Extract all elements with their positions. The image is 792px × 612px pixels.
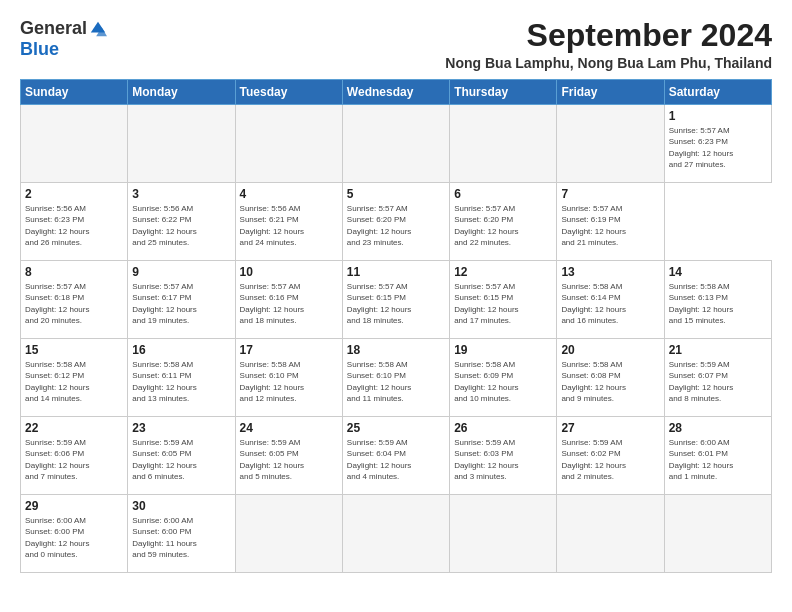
day-detail: Sunrise: 5:57 AM Sunset: 6:23 PM Dayligh… (669, 125, 767, 170)
header-row: General Blue September 2024 Nong Bua Lam… (20, 18, 772, 71)
empty-cell (235, 495, 342, 573)
week-row-0: 1Sunrise: 5:57 AM Sunset: 6:23 PM Daylig… (21, 105, 772, 183)
day-number: 22 (25, 421, 123, 435)
day-detail: Sunrise: 5:58 AM Sunset: 6:14 PM Dayligh… (561, 281, 659, 326)
day-cell-28: 28Sunrise: 6:00 AM Sunset: 6:01 PM Dayli… (664, 417, 771, 495)
day-cell-1: 1Sunrise: 5:57 AM Sunset: 6:23 PM Daylig… (664, 105, 771, 183)
day-detail: Sunrise: 5:57 AM Sunset: 6:20 PM Dayligh… (347, 203, 445, 248)
day-cell-25: 25Sunrise: 5:59 AM Sunset: 6:04 PM Dayli… (342, 417, 449, 495)
day-detail: Sunrise: 5:56 AM Sunset: 6:21 PM Dayligh… (240, 203, 338, 248)
day-detail: Sunrise: 5:58 AM Sunset: 6:09 PM Dayligh… (454, 359, 552, 404)
day-cell-11: 11Sunrise: 5:57 AM Sunset: 6:15 PM Dayli… (342, 261, 449, 339)
day-detail: Sunrise: 5:59 AM Sunset: 6:05 PM Dayligh… (132, 437, 230, 482)
day-cell-18: 18Sunrise: 5:58 AM Sunset: 6:10 PM Dayli… (342, 339, 449, 417)
col-monday: Monday (128, 80, 235, 105)
calendar-table: Sunday Monday Tuesday Wednesday Thursday… (20, 79, 772, 573)
day-detail: Sunrise: 5:59 AM Sunset: 6:06 PM Dayligh… (25, 437, 123, 482)
day-number: 17 (240, 343, 338, 357)
day-number: 2 (25, 187, 123, 201)
day-detail: Sunrise: 5:58 AM Sunset: 6:11 PM Dayligh… (132, 359, 230, 404)
day-number: 5 (347, 187, 445, 201)
day-cell-8: 8Sunrise: 5:57 AM Sunset: 6:18 PM Daylig… (21, 261, 128, 339)
day-detail: Sunrise: 5:57 AM Sunset: 6:15 PM Dayligh… (347, 281, 445, 326)
day-number: 7 (561, 187, 659, 201)
day-number: 30 (132, 499, 230, 513)
day-cell-6: 6Sunrise: 5:57 AM Sunset: 6:20 PM Daylig… (450, 183, 557, 261)
day-cell-5: 5Sunrise: 5:57 AM Sunset: 6:20 PM Daylig… (342, 183, 449, 261)
day-number: 9 (132, 265, 230, 279)
day-number: 26 (454, 421, 552, 435)
calendar-page: General Blue September 2024 Nong Bua Lam… (0, 0, 792, 612)
day-detail: Sunrise: 5:59 AM Sunset: 6:04 PM Dayligh… (347, 437, 445, 482)
day-cell-21: 21Sunrise: 5:59 AM Sunset: 6:07 PM Dayli… (664, 339, 771, 417)
day-number: 4 (240, 187, 338, 201)
day-detail: Sunrise: 6:00 AM Sunset: 6:00 PM Dayligh… (132, 515, 230, 560)
day-cell-22: 22Sunrise: 5:59 AM Sunset: 6:06 PM Dayli… (21, 417, 128, 495)
empty-cell (557, 105, 664, 183)
day-cell-16: 16Sunrise: 5:58 AM Sunset: 6:11 PM Dayli… (128, 339, 235, 417)
empty-cell (21, 105, 128, 183)
empty-cell (342, 495, 449, 573)
day-number: 8 (25, 265, 123, 279)
col-wednesday: Wednesday (342, 80, 449, 105)
empty-cell (557, 495, 664, 573)
day-detail: Sunrise: 5:58 AM Sunset: 6:10 PM Dayligh… (240, 359, 338, 404)
day-detail: Sunrise: 5:59 AM Sunset: 6:02 PM Dayligh… (561, 437, 659, 482)
header-row-days: Sunday Monday Tuesday Wednesday Thursday… (21, 80, 772, 105)
week-row-4: 22Sunrise: 5:59 AM Sunset: 6:06 PM Dayli… (21, 417, 772, 495)
day-number: 10 (240, 265, 338, 279)
day-detail: Sunrise: 5:56 AM Sunset: 6:23 PM Dayligh… (25, 203, 123, 248)
day-cell-30: 30Sunrise: 6:00 AM Sunset: 6:00 PM Dayli… (128, 495, 235, 573)
day-cell-19: 19Sunrise: 5:58 AM Sunset: 6:09 PM Dayli… (450, 339, 557, 417)
day-cell-23: 23Sunrise: 5:59 AM Sunset: 6:05 PM Dayli… (128, 417, 235, 495)
day-number: 3 (132, 187, 230, 201)
day-number: 12 (454, 265, 552, 279)
day-cell-10: 10Sunrise: 5:57 AM Sunset: 6:16 PM Dayli… (235, 261, 342, 339)
day-number: 11 (347, 265, 445, 279)
logo-blue: Blue (20, 39, 59, 59)
empty-cell (664, 495, 771, 573)
col-friday: Friday (557, 80, 664, 105)
day-detail: Sunrise: 5:58 AM Sunset: 6:10 PM Dayligh… (347, 359, 445, 404)
day-detail: Sunrise: 5:57 AM Sunset: 6:19 PM Dayligh… (561, 203, 659, 248)
empty-cell (235, 105, 342, 183)
logo-icon (89, 20, 107, 38)
week-row-3: 15Sunrise: 5:58 AM Sunset: 6:12 PM Dayli… (21, 339, 772, 417)
day-cell-13: 13Sunrise: 5:58 AM Sunset: 6:14 PM Dayli… (557, 261, 664, 339)
day-number: 19 (454, 343, 552, 357)
logo: General Blue (20, 18, 107, 60)
day-detail: Sunrise: 6:00 AM Sunset: 6:00 PM Dayligh… (25, 515, 123, 560)
title-block: September 2024 Nong Bua Lamphu, Nong Bua… (445, 18, 772, 71)
day-number: 13 (561, 265, 659, 279)
empty-cell (342, 105, 449, 183)
col-thursday: Thursday (450, 80, 557, 105)
day-number: 20 (561, 343, 659, 357)
day-cell-4: 4Sunrise: 5:56 AM Sunset: 6:21 PM Daylig… (235, 183, 342, 261)
month-title: September 2024 (445, 18, 772, 53)
day-number: 18 (347, 343, 445, 357)
day-detail: Sunrise: 5:57 AM Sunset: 6:20 PM Dayligh… (454, 203, 552, 248)
day-number: 15 (25, 343, 123, 357)
day-cell-15: 15Sunrise: 5:58 AM Sunset: 6:12 PM Dayli… (21, 339, 128, 417)
day-number: 24 (240, 421, 338, 435)
col-saturday: Saturday (664, 80, 771, 105)
day-cell-17: 17Sunrise: 5:58 AM Sunset: 6:10 PM Dayli… (235, 339, 342, 417)
day-detail: Sunrise: 5:58 AM Sunset: 6:08 PM Dayligh… (561, 359, 659, 404)
day-detail: Sunrise: 5:57 AM Sunset: 6:16 PM Dayligh… (240, 281, 338, 326)
day-number: 21 (669, 343, 767, 357)
day-number: 23 (132, 421, 230, 435)
day-cell-2: 2Sunrise: 5:56 AM Sunset: 6:23 PM Daylig… (21, 183, 128, 261)
empty-cell (450, 495, 557, 573)
day-detail: Sunrise: 5:56 AM Sunset: 6:22 PM Dayligh… (132, 203, 230, 248)
week-row-5: 29Sunrise: 6:00 AM Sunset: 6:00 PM Dayli… (21, 495, 772, 573)
day-cell-24: 24Sunrise: 5:59 AM Sunset: 6:05 PM Dayli… (235, 417, 342, 495)
logo-general: General (20, 18, 87, 39)
day-number: 16 (132, 343, 230, 357)
day-detail: Sunrise: 5:59 AM Sunset: 6:03 PM Dayligh… (454, 437, 552, 482)
day-cell-27: 27Sunrise: 5:59 AM Sunset: 6:02 PM Dayli… (557, 417, 664, 495)
day-detail: Sunrise: 6:00 AM Sunset: 6:01 PM Dayligh… (669, 437, 767, 482)
day-cell-20: 20Sunrise: 5:58 AM Sunset: 6:08 PM Dayli… (557, 339, 664, 417)
day-detail: Sunrise: 5:58 AM Sunset: 6:13 PM Dayligh… (669, 281, 767, 326)
day-detail: Sunrise: 5:59 AM Sunset: 6:07 PM Dayligh… (669, 359, 767, 404)
week-row-1: 2Sunrise: 5:56 AM Sunset: 6:23 PM Daylig… (21, 183, 772, 261)
